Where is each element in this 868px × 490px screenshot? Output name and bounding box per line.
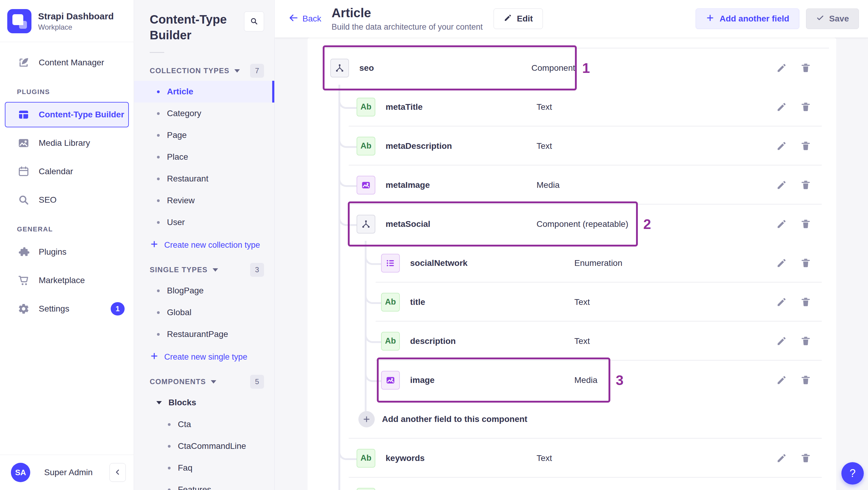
sidebar-item-global[interactable]: Global — [134, 302, 274, 323]
sidebar-item-place[interactable]: Place — [134, 146, 274, 168]
edit-field-button[interactable] — [775, 101, 788, 114]
save-button-label: Save — [829, 14, 849, 24]
content-type-builder-icon — [17, 109, 30, 121]
bullet-icon — [157, 333, 160, 336]
ctb-item-label: Global — [167, 308, 191, 317]
sidebar-item-label: Settings — [39, 304, 69, 314]
add-another-field-button[interactable]: Add another field — [695, 8, 799, 29]
caret-down-icon[interactable] — [213, 268, 218, 272]
back-label: Back — [303, 14, 321, 24]
sidebar-item-content-manager[interactable]: Content Manager — [5, 50, 129, 75]
arrow-left-icon — [288, 13, 298, 25]
edit-field-button[interactable] — [775, 374, 788, 387]
bullet-icon — [157, 199, 160, 202]
search-button[interactable] — [244, 11, 264, 31]
edit-field-button[interactable] — [775, 452, 788, 465]
bullet-icon — [157, 311, 160, 314]
field-row-metaImage: metaImageMedia — [308, 165, 836, 205]
sidebar-item-faq[interactable]: Faq — [134, 457, 274, 479]
sidebar-item-ctacommandline[interactable]: CtaCommandLine — [134, 435, 274, 457]
sidebar-footer: SA Super Admin — [0, 455, 134, 490]
delete-field-button[interactable] — [799, 452, 812, 465]
sidebar-item-plugins[interactable]: Plugins — [5, 239, 129, 265]
bullet-icon — [157, 134, 160, 137]
brand[interactable]: Strapi Dashboard Workplace — [0, 0, 134, 42]
annotation-number: 3 — [616, 372, 624, 388]
sidebar-item-media-library[interactable]: Media Library — [5, 130, 129, 156]
component-field-icon — [330, 59, 349, 78]
plugins-icon — [17, 246, 30, 258]
page-header: Back Article Build the data architecture… — [275, 0, 868, 37]
field-type: Media — [574, 375, 597, 385]
edit-field-button[interactable] — [775, 140, 788, 152]
sidebar-item-review[interactable]: Review — [134, 190, 274, 211]
sidebar-item-user[interactable]: User — [134, 211, 274, 233]
media-field-icon — [381, 371, 400, 390]
field-actions — [775, 62, 812, 74]
sidebar-item-category[interactable]: Category — [134, 102, 274, 124]
ctb-sidebar-title: Content-Type Builder — [150, 11, 244, 43]
edit-button-label: Edit — [517, 14, 533, 24]
edit-field-button[interactable] — [775, 257, 788, 270]
edit-field-button[interactable] — [775, 218, 788, 231]
help-button[interactable]: ? — [841, 462, 864, 485]
add-field-to-component-button[interactable] — [359, 411, 375, 427]
brand-title: Strapi Dashboard — [38, 11, 114, 22]
edit-field-button[interactable] — [775, 62, 788, 74]
edit-button[interactable]: Edit — [494, 8, 543, 29]
ctb-item-label: Features — [178, 485, 211, 490]
edit-field-button[interactable] — [775, 296, 788, 308]
create-create-new-single-type-link[interactable]: Create new single type — [134, 345, 274, 369]
sidebar-item-cta[interactable]: Cta — [134, 414, 274, 435]
seo-icon — [17, 194, 30, 206]
sidebar-item-restaurantpage[interactable]: RestaurantPage — [134, 323, 274, 345]
component-group-blocks[interactable]: Blocks — [134, 392, 274, 414]
strapi-logo-icon — [7, 9, 31, 33]
sidebar-item-restaurant[interactable]: Restaurant — [134, 168, 274, 190]
edit-field-button[interactable] — [775, 179, 788, 191]
field-name: seo — [359, 63, 374, 73]
marketplace-icon — [17, 274, 30, 286]
delete-field-button[interactable] — [799, 101, 812, 114]
delete-field-button[interactable] — [799, 218, 812, 231]
sidebar-item-seo[interactable]: SEO — [5, 187, 129, 213]
avatar[interactable]: SA — [11, 463, 30, 482]
create-create-new-collection-type-link[interactable]: Create new collection type — [134, 233, 274, 257]
save-button[interactable]: Save — [806, 8, 859, 29]
sidebar-item-settings[interactable]: Settings1 — [5, 296, 129, 321]
group-label: Blocks — [168, 398, 196, 407]
main-area: Back Article Build the data architecture… — [275, 0, 868, 490]
sidebar-item-blogpage[interactable]: BlogPage — [134, 280, 274, 302]
caret-down-icon[interactable] — [235, 69, 240, 72]
sidebar-item-label: Plugins — [39, 247, 66, 257]
sidebar-item-content-type-builder[interactable]: Content-Type Builder — [5, 102, 129, 127]
field-row-keywords: AbkeywordsText — [308, 438, 836, 478]
sidebar-item-marketplace[interactable]: Marketplace — [5, 268, 129, 293]
plus-icon — [150, 351, 159, 363]
delete-field-button[interactable] — [799, 296, 812, 308]
sidebar-item-label: Content Manager — [39, 58, 104, 67]
field-row-metaRobots: AbmetaRobotsText — [308, 478, 836, 490]
delete-field-button[interactable] — [799, 140, 812, 152]
section-label: SINGLE TYPES — [150, 266, 208, 274]
back-link[interactable]: Back — [288, 13, 321, 25]
delete-field-button[interactable] — [799, 374, 812, 387]
collapse-sidebar-button[interactable] — [110, 463, 126, 482]
field-name: metaImage — [385, 180, 430, 190]
sidebar-item-label: Marketplace — [39, 276, 85, 285]
annotation-number: 2 — [643, 216, 651, 232]
sidebar-item-article[interactable]: Article — [134, 81, 274, 102]
sidebar-item-features[interactable]: Features — [134, 479, 274, 490]
caret-down-icon[interactable] — [211, 380, 216, 384]
delete-field-button[interactable] — [799, 335, 812, 347]
sidebar-item-calendar[interactable]: Calendar — [5, 159, 129, 184]
title-block: Article Build the data architecture of y… — [332, 6, 483, 32]
create-link-label: Create new collection type — [164, 241, 260, 250]
delete-field-button[interactable] — [799, 257, 812, 270]
sidebar-item-page[interactable]: Page — [134, 124, 274, 146]
edit-field-button[interactable] — [775, 335, 788, 347]
ctb-item-label: RestaurantPage — [167, 329, 228, 339]
ctb-item-label: Place — [167, 152, 188, 162]
delete-field-button[interactable] — [799, 179, 812, 191]
delete-field-button[interactable] — [799, 62, 812, 74]
